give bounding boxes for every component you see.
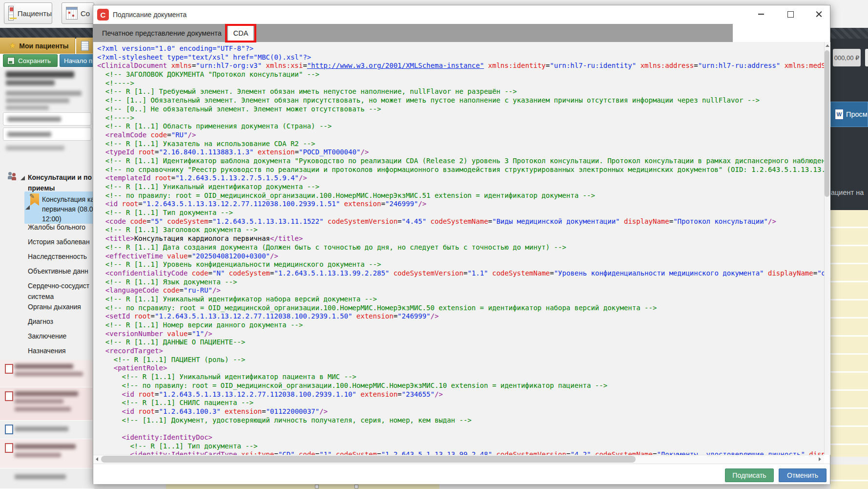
xml-line: <!----> (97, 79, 824, 88)
xml-line: <id root="1.2.643.100.3" extension="0112… (97, 407, 824, 416)
xml-line: <!-- R [1..] Требуемый элемент. Элемент … (97, 87, 824, 96)
save-button[interactable]: Сохранить (3, 54, 58, 67)
patients-button[interactable]: Пациенты (4, 2, 52, 24)
blurred-text (6, 91, 82, 96)
close-button[interactable] (809, 7, 828, 21)
red-document-icon (5, 364, 13, 374)
maximize-icon (787, 11, 794, 18)
save-button-label: Сохранить (18, 57, 51, 64)
xml-line: <!-- R [1..1] Тип документа --> (97, 209, 824, 217)
dialog-title: Подписание документа (113, 11, 186, 19)
word-document-icon: W (835, 109, 844, 120)
blurred-text (15, 426, 68, 431)
tree-item[interactable]: История заболеван (28, 237, 90, 247)
blurred-field-row[interactable] (3, 112, 91, 126)
tree-group-consultations-line2[interactable]: приемы (28, 183, 55, 193)
xml-line: <code code="5" codeSystem="1.2.643.5.1.1… (97, 217, 824, 226)
xml-line: <languageCode code="ru-RU"/> (97, 286, 824, 295)
patient-card-icon (8, 6, 14, 21)
blurred-text (15, 474, 66, 479)
star-icon: ★ (9, 41, 16, 51)
xml-line: <versionNumber value="1"/> (97, 330, 824, 339)
xml-line: <templateId root="1.2.643.5.1.13.2.7.5.1… (97, 174, 824, 183)
xml-line: <?xml-stylesheet type="text/xsl" href="M… (97, 53, 824, 62)
tab-documents[interactable] (76, 38, 94, 54)
xml-line: <id root="1.2.643.5.1.13.13.12.2.77.1120… (97, 390, 824, 399)
blurred-field-row[interactable] (3, 128, 91, 141)
tab-my-patients[interactable]: ★ Мои пациенты (0, 38, 75, 54)
checkbox-fragment[interactable] (315, 485, 319, 489)
tree-group-consultations[interactable]: Консультации и по (28, 172, 92, 182)
xml-line: <patientRole> (97, 364, 824, 373)
blurred-history-row[interactable] (0, 421, 94, 439)
schedule-button-label: Со (81, 9, 90, 18)
amount-field[interactable]: 000,00 ₽ (833, 49, 861, 66)
tree-item[interactable]: система (28, 292, 54, 301)
blurred-text (6, 80, 55, 85)
xml-line: <!-- R [1..1] СНИЛС пациента --> (97, 399, 824, 407)
tree-item[interactable]: Жалобы больного (28, 222, 85, 232)
cancel-button[interactable]: Отменить (779, 468, 827, 482)
sign-button[interactable]: Подписать (725, 468, 774, 482)
tree-item[interactable]: Назначения (28, 346, 66, 356)
xml-line: <!-- R [1..1] Уникальный идентификатор п… (97, 373, 824, 382)
tree-item[interactable]: Объективные данн (28, 266, 88, 276)
xml-line: <effectiveTime value="202504081200+0300"… (97, 252, 824, 261)
preview-button[interactable]: W Просм (830, 102, 868, 127)
blurred-history-row[interactable] (0, 360, 94, 387)
cda-annotation-box (225, 24, 256, 43)
tab-my-patients-label: Мои пациенты (19, 42, 68, 50)
xml-line: <realmCode code="RU"/> (97, 131, 824, 140)
tab-print-view[interactable]: Печатное представление документа (95, 24, 228, 42)
blurred-text (6, 146, 64, 150)
minimize-icon (758, 14, 764, 15)
xml-line: <!-- ЗАГОЛОВОК ДОКУМЕНТА "Протокол консу… (97, 70, 824, 79)
start-appointment-button[interactable]: Начало пр (60, 54, 94, 67)
maximize-button[interactable] (781, 7, 800, 21)
xml-line: <!-- R [1..1] Указатель на использование… (97, 140, 824, 149)
selected-item-line2: первичная (08.04 (42, 204, 93, 214)
xml-line: <!-- R [1..1] Заголовок документа --> (97, 226, 824, 234)
blurred-history-row[interactable] (0, 468, 94, 489)
xml-content[interactable]: <?xml version="1.0" encoding="UTF-8"?><?… (93, 42, 824, 455)
xml-line: <identity:IdentityDoc> (97, 433, 824, 442)
xml-line: <!-- [1..1] Документ, удостоверяющий лич… (97, 416, 824, 425)
blurred-history-row[interactable] (0, 387, 94, 421)
blurred-history-row[interactable] (0, 439, 94, 468)
xml-line: <!-- R [1..1] Язык документа --> (97, 278, 824, 287)
tree-item[interactable]: Диагноз (28, 317, 53, 326)
blue-document-icon (5, 425, 13, 434)
blurred-text (15, 372, 83, 376)
red-document-icon (5, 391, 13, 401)
blurred-text (15, 453, 61, 457)
preview-button-label: Просм (846, 110, 868, 118)
blurred-text (15, 407, 71, 411)
schedule-button[interactable]: Со (62, 2, 94, 24)
xml-line: <!-- [1..] Обязательный элемент. Элемент… (97, 96, 824, 105)
xml-line: <recordTarget> (97, 347, 824, 356)
tree-item[interactable]: Сердечно-сосудист (28, 281, 89, 291)
tree-item[interactable]: Органы дыхания (28, 302, 81, 312)
horizontal-scrollbar-thumb[interactable] (101, 456, 636, 463)
xml-line: <?xml version="1.0" encoding="UTF-8"?> (97, 44, 824, 53)
xml-line: <!-- R [1..1] ПАЦИЕНТ (роль) --> (97, 356, 824, 364)
schedule-gap (830, 457, 868, 465)
xml-line: <!-- по правилу: root = OID_медицинской_… (97, 382, 824, 390)
dialog-titlebar[interactable]: C Подписание документа (93, 5, 830, 24)
vertical-scrollbar-thumb[interactable] (825, 50, 829, 197)
blurred-text (15, 364, 73, 369)
checkbox-fragment[interactable] (354, 485, 358, 489)
xml-line: <title>Консультация кардиолога первичная… (97, 234, 824, 243)
xml-line: <typeId root="2.16.840.1.113883.1.3" ext… (97, 148, 824, 157)
tree-item[interactable]: Наследственность (28, 252, 87, 261)
tree-item[interactable]: Заключение (28, 331, 66, 341)
red-document-icon (5, 443, 13, 453)
xml-line: <!-- [0..] Не обязательный элемент. Элем… (97, 105, 824, 114)
sign-document-dialog: C Подписание документа Печатное представ… (93, 5, 830, 484)
minimize-button[interactable] (751, 7, 771, 21)
dialog-tab-strip: Печатное представление документа (93, 24, 733, 42)
xml-line: <setId root="1.2.643.5.1.13.13.12.2.77.1… (97, 312, 824, 321)
bottom-strip (94, 484, 166, 489)
xml-line: <!-- R [1..1] Идентификатор шаблона доку… (97, 157, 824, 166)
bottom-strip-yellow (166, 484, 439, 489)
